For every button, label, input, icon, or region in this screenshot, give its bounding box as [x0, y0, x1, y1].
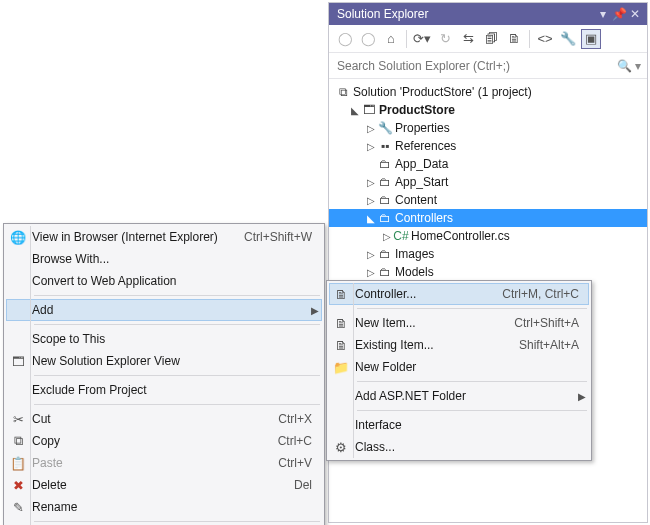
- tree-item-label: App_Data: [393, 157, 448, 171]
- context-menu: 🌐View in Browser (Internet Explorer)Ctrl…: [3, 223, 325, 525]
- close-icon[interactable]: ✕: [627, 3, 643, 25]
- home-button[interactable]: ⌂: [381, 29, 401, 49]
- menu-item[interactable]: 📁New Folder: [329, 356, 589, 378]
- view-code-button[interactable]: <>: [535, 29, 555, 49]
- menu-item[interactable]: 🌐View in Browser (Internet Explorer)Ctrl…: [6, 226, 322, 248]
- collapse-all-button[interactable]: ⇆: [458, 29, 478, 49]
- menu-label: Copy: [30, 434, 278, 448]
- menu-icon: 🌐: [6, 230, 30, 245]
- menu-icon: ✂: [6, 412, 30, 427]
- folder-icon: 🗀: [377, 175, 393, 189]
- menu-item[interactable]: Add▶: [6, 299, 322, 321]
- menu-item[interactable]: Convert to Web Application: [6, 270, 322, 292]
- appdata-node[interactable]: ▷ 🗀 App_Data: [329, 155, 647, 173]
- menu-label: New Folder: [353, 360, 589, 374]
- properties-button[interactable]: 🗎: [504, 29, 524, 49]
- solution-icon: ⧉: [335, 85, 351, 99]
- menu-label: Add ASP.NET Folder: [353, 389, 575, 403]
- menu-item[interactable]: Scope to This: [6, 328, 322, 350]
- menu-icon: ⧉: [6, 433, 30, 449]
- search-box[interactable]: 🔍 ▾: [329, 53, 647, 79]
- folder-icon: 🗀: [377, 265, 393, 279]
- menu-label: Scope to This: [30, 332, 322, 346]
- appstart-node[interactable]: ▷ 🗀 App_Start: [329, 173, 647, 191]
- submenu-arrow-icon: ▶: [308, 305, 322, 316]
- menu-shortcut: Shift+Alt+A: [519, 338, 589, 352]
- menu-item[interactable]: 🗎Existing Item...Shift+Alt+A: [329, 334, 589, 356]
- menu-shortcut: Ctrl+M, Ctrl+C: [502, 287, 589, 301]
- expand-icon[interactable]: ▷: [365, 249, 377, 260]
- folder-icon: 🗀: [377, 157, 393, 171]
- tree-item-label: Content: [393, 193, 437, 207]
- menu-item[interactable]: ✂CutCtrl+X: [6, 408, 322, 430]
- refresh-button[interactable]: ↻: [435, 29, 455, 49]
- folder-icon: 🗀: [377, 193, 393, 207]
- show-all-button[interactable]: 🗐: [481, 29, 501, 49]
- menu-label: New Solution Explorer View: [30, 354, 322, 368]
- menu-label: Interface: [353, 418, 589, 432]
- models-node[interactable]: ▷ 🗀 Models: [329, 263, 647, 281]
- tree-item-label: HomeController.cs: [409, 229, 510, 243]
- menu-icon: ✖: [6, 478, 30, 493]
- expand-icon[interactable]: ▷: [365, 123, 377, 134]
- menu-item[interactable]: Interface: [329, 414, 589, 436]
- menu-item[interactable]: ✖DeleteDel: [6, 474, 322, 496]
- expand-icon[interactable]: ▷: [381, 231, 393, 242]
- menu-icon: 🗎: [329, 338, 353, 353]
- panel-title: Solution Explorer: [337, 3, 428, 25]
- menu-label: Exclude From Project: [30, 383, 322, 397]
- references-node[interactable]: ▷ ▪▪ References: [329, 137, 647, 155]
- menu-icon: 📋: [6, 456, 30, 471]
- menu-icon: ✎: [6, 500, 30, 515]
- context-submenu-add: 🗎Controller...Ctrl+M, Ctrl+C🗎New Item...…: [326, 280, 592, 461]
- menu-item[interactable]: 🗎New Item...Ctrl+Shift+A: [329, 312, 589, 334]
- tree-item-label: Controllers: [393, 211, 453, 225]
- menu-item[interactable]: Exclude From Project: [6, 379, 322, 401]
- menu-item[interactable]: ⧉CopyCtrl+C: [6, 430, 322, 452]
- menu-label: Browse With...: [30, 252, 322, 266]
- menu-icon: 🗎: [329, 316, 353, 331]
- menu-item[interactable]: ✎Rename: [6, 496, 322, 518]
- menu-item[interactable]: ⚙Class...: [329, 436, 589, 458]
- menu-item[interactable]: Browse With...: [6, 248, 322, 270]
- properties-node[interactable]: ▷ 🔧 Properties: [329, 119, 647, 137]
- menu-shortcut: Ctrl+V: [278, 456, 322, 470]
- expand-icon[interactable]: ◣: [349, 105, 361, 116]
- menu-item[interactable]: 🗔New Solution Explorer View: [6, 350, 322, 372]
- project-node[interactable]: ◣ 🗔 ProductStore: [329, 101, 647, 119]
- project-icon: 🗔: [361, 103, 377, 117]
- search-input[interactable]: [335, 58, 617, 74]
- view-designer-button[interactable]: 🔧: [558, 29, 578, 49]
- toolbar: ◯ ◯ ⌂ ⟳▾ ↻ ⇆ 🗐 🗎 <> 🔧 ▣: [329, 25, 647, 53]
- preview-button[interactable]: ▣: [581, 29, 601, 49]
- search-icon[interactable]: 🔍 ▾: [617, 59, 641, 73]
- tree-item-label: App_Start: [393, 175, 448, 189]
- menu-icon: 🗔: [6, 354, 30, 369]
- tree-item-label: References: [393, 139, 456, 153]
- expand-icon[interactable]: ▷: [365, 177, 377, 188]
- back-button[interactable]: ◯: [335, 29, 355, 49]
- sync-button[interactable]: ⟳▾: [412, 29, 432, 49]
- menu-label: Delete: [30, 478, 294, 492]
- pin-icon[interactable]: 📌: [611, 3, 627, 25]
- images-node[interactable]: ▷ 🗀 Images: [329, 245, 647, 263]
- menu-label: View in Browser (Internet Explorer): [30, 230, 244, 244]
- controllers-node[interactable]: ◣ 🗀 Controllers: [329, 209, 647, 227]
- expand-icon[interactable]: ▷: [365, 195, 377, 206]
- project-label: ProductStore: [377, 103, 455, 117]
- submenu-arrow-icon: ▶: [575, 391, 589, 402]
- forward-button[interactable]: ◯: [358, 29, 378, 49]
- menu-label: New Item...: [353, 316, 514, 330]
- window-position-icon[interactable]: ▾: [595, 3, 611, 25]
- expand-icon[interactable]: ▷: [365, 267, 377, 278]
- menu-shortcut: Ctrl+Shift+A: [514, 316, 589, 330]
- menu-label: Paste: [30, 456, 278, 470]
- expand-icon[interactable]: ◣: [365, 213, 377, 224]
- homecontroller-node[interactable]: ▷ C# HomeController.cs: [329, 227, 647, 245]
- content-node[interactable]: ▷ 🗀 Content: [329, 191, 647, 209]
- csharp-file-icon: C#: [393, 229, 409, 243]
- menu-item[interactable]: Add ASP.NET Folder▶: [329, 385, 589, 407]
- menu-item[interactable]: 🗎Controller...Ctrl+M, Ctrl+C: [329, 283, 589, 305]
- solution-node[interactable]: ⧉ Solution 'ProductStore' (1 project): [329, 83, 647, 101]
- expand-icon[interactable]: ▷: [365, 141, 377, 152]
